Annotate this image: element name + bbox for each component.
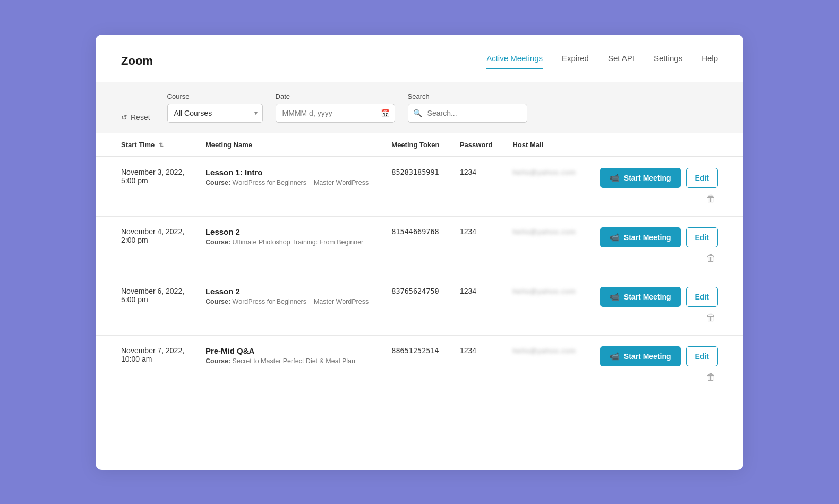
date-label: Date (276, 92, 395, 100)
course-select[interactable]: All Courses (167, 104, 263, 123)
btn-row-3: 📹 Start Meeting Edit (600, 346, 718, 366)
cell-start-time-2: November 6, 2022,5:00 pm (96, 276, 196, 335)
start-date: November 4, 2022, (121, 227, 184, 236)
sort-icon[interactable]: ⇅ (159, 142, 164, 149)
reset-icon: ↺ (121, 113, 127, 122)
table-body: November 3, 2022,5:00 pmLesson 1: IntroC… (96, 157, 743, 395)
edit-button[interactable]: Edit (686, 227, 718, 247)
date-input[interactable] (276, 104, 395, 123)
start-meeting-button[interactable]: 📹 Start Meeting (600, 168, 681, 188)
cell-password-2: 1234 (450, 276, 503, 335)
start-meeting-button[interactable]: 📹 Start Meeting (600, 287, 681, 307)
reset-label: Reset (131, 113, 150, 122)
video-icon: 📹 (610, 233, 620, 242)
start-time-value: 10:00 am (121, 355, 152, 363)
actions-cell-0: 📹 Start Meeting Edit 🗑 (597, 168, 718, 206)
course-prefix: Course: (206, 357, 233, 365)
video-icon: 📹 (610, 292, 620, 302)
delete-button[interactable]: 🗑 (704, 252, 718, 265)
cell-start-time-3: November 7, 2022,10:00 am (96, 335, 196, 395)
table-row: November 3, 2022,5:00 pmLesson 1: IntroC… (96, 157, 743, 217)
cell-host-mail-0: hello@yahoo.com (503, 157, 587, 217)
edit-button[interactable]: Edit (686, 287, 718, 307)
edit-button[interactable]: Edit (686, 168, 718, 188)
host-mail-value: hello@yahoo.com (512, 228, 576, 236)
trash-icon: 🗑 (706, 193, 716, 204)
password-value: 1234 (460, 227, 476, 236)
btn-row-2: 📹 Start Meeting Edit (600, 287, 718, 307)
start-meeting-button[interactable]: 📹 Start Meeting (600, 346, 681, 366)
actions-cell-1: 📹 Start Meeting Edit 🗑 (597, 227, 718, 265)
cell-host-mail-3: hello@yahoo.com (503, 335, 587, 395)
search-filter-group: Search 🔍 (408, 92, 527, 123)
start-meeting-label: Start Meeting (624, 233, 671, 242)
col-meeting-token: Meeting Token (382, 133, 450, 157)
start-date: November 3, 2022, (121, 168, 184, 176)
course-prefix: Course: (206, 179, 233, 186)
table-row: November 7, 2022,10:00 amPre-Mid Q&ACour… (96, 335, 743, 395)
host-mail-value: hello@yahoo.com (512, 347, 576, 355)
cell-meeting-name-0: Lesson 1: IntroCourse: WordPress for Beg… (196, 157, 382, 217)
actions-cell-3: 📹 Start Meeting Edit 🗑 (597, 346, 718, 384)
date-input-wrapper: 📅 (276, 104, 395, 123)
meeting-name-text: Lesson 1: Intro (206, 168, 372, 177)
cell-token-1: 81544669768 (382, 216, 450, 276)
nav-item-set-api[interactable]: Set API (608, 54, 635, 69)
cell-token-3: 88651252514 (382, 335, 450, 395)
token-value: 85283185991 (391, 168, 439, 176)
password-value: 1234 (460, 346, 476, 355)
date-filter-group: Date 📅 (276, 92, 395, 123)
cell-token-2: 83765624750 (382, 276, 450, 335)
course-prefix: Course: (206, 238, 233, 246)
course-select-wrapper: All Courses ▾ (167, 104, 263, 123)
cell-host-mail-1: hello@yahoo.com (503, 216, 587, 276)
header: Zoom Active MeetingsExpiredSet APISettin… (96, 35, 743, 69)
delete-button[interactable]: 🗑 (704, 192, 718, 206)
host-mail-value: hello@yahoo.com (512, 287, 576, 295)
reset-button[interactable]: ↺ Reset (121, 113, 150, 123)
start-date: November 7, 2022, (121, 346, 184, 355)
cell-actions-1: 📹 Start Meeting Edit 🗑 (587, 216, 743, 276)
course-info: Course: Secret to Master Perfect Diet & … (206, 357, 372, 365)
edit-button[interactable]: Edit (686, 346, 718, 366)
nav-item-active-meetings[interactable]: Active Meetings (486, 54, 543, 69)
trash-icon: 🗑 (706, 253, 716, 264)
password-value: 1234 (460, 168, 476, 176)
nav-item-help[interactable]: Help (701, 54, 718, 69)
table-header-row: Start Time ⇅ Meeting Name Meeting Token … (96, 133, 743, 157)
password-value: 1234 (460, 287, 476, 295)
meeting-name-text: Pre-Mid Q&A (206, 346, 372, 355)
table-row: November 6, 2022,5:00 pmLesson 2Course: … (96, 276, 743, 335)
course-info: Course: Ultimate Photoshop Training: Fro… (206, 238, 372, 246)
nav-item-expired[interactable]: Expired (562, 54, 589, 69)
cell-password-3: 1234 (450, 335, 503, 395)
search-input[interactable] (408, 104, 527, 123)
delete-button[interactable]: 🗑 (704, 371, 718, 384)
cell-actions-2: 📹 Start Meeting Edit 🗑 (587, 276, 743, 335)
cell-password-1: 1234 (450, 216, 503, 276)
token-value: 88651252514 (391, 346, 439, 355)
table-header: Start Time ⇅ Meeting Name Meeting Token … (96, 133, 743, 157)
start-meeting-button[interactable]: 📹 Start Meeting (600, 227, 681, 247)
start-time-value: 5:00 pm (121, 295, 148, 304)
start-meeting-label: Start Meeting (624, 293, 671, 301)
cell-actions-3: 📹 Start Meeting Edit 🗑 (587, 335, 743, 395)
table-row: November 4, 2022,2:00 pmLesson 2Course: … (96, 216, 743, 276)
cell-meeting-name-1: Lesson 2Course: Ultimate Photoshop Train… (196, 216, 382, 276)
nav-item-settings[interactable]: Settings (654, 54, 682, 69)
meetings-table: Start Time ⇅ Meeting Name Meeting Token … (96, 133, 743, 395)
app-logo: Zoom (121, 54, 153, 68)
cell-meeting-name-3: Pre-Mid Q&ACourse: Secret to Master Perf… (196, 335, 382, 395)
start-time-value: 5:00 pm (121, 176, 148, 185)
video-icon: 📹 (610, 173, 620, 183)
delete-button[interactable]: 🗑 (704, 311, 718, 324)
start-date: November 6, 2022, (121, 287, 184, 295)
cell-token-0: 85283185991 (382, 157, 450, 217)
course-prefix: Course: (206, 298, 233, 305)
cell-host-mail-2: hello@yahoo.com (503, 276, 587, 335)
token-value: 83765624750 (391, 287, 439, 295)
cell-actions-0: 📹 Start Meeting Edit 🗑 (587, 157, 743, 217)
col-host-mail: Host Mail (503, 133, 587, 157)
cell-meeting-name-2: Lesson 2Course: WordPress for Beginners … (196, 276, 382, 335)
col-actions (587, 133, 743, 157)
